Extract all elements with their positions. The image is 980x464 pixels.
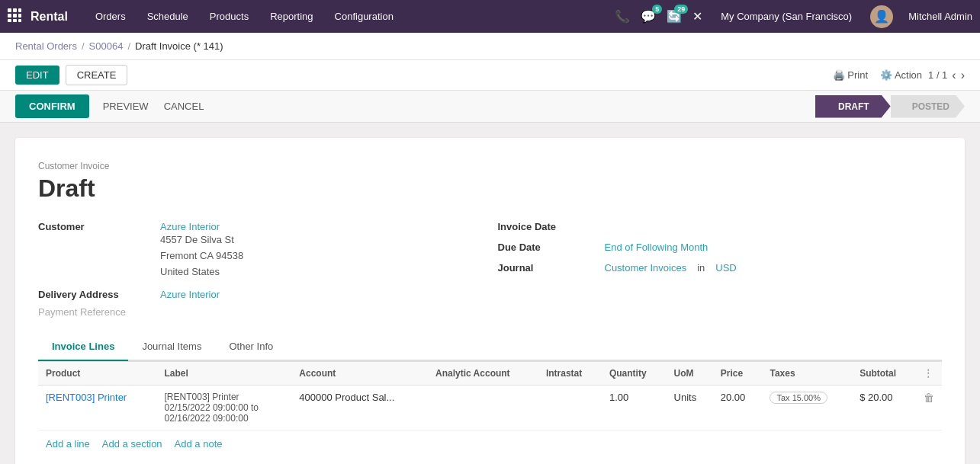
nav-schedule[interactable]: Schedule [138,6,198,27]
add-line-link[interactable]: Add a line [46,438,90,450]
avatar[interactable]: 👤 [870,5,893,28]
payment-ref-label: Payment Reference [38,306,160,318]
create-button[interactable]: CREATE [66,65,128,85]
svg-rect-3 [8,14,11,18]
row-product[interactable]: [RENT003] Printer [46,392,127,403]
row-label-3: 02/16/2022 09:00:00 [165,413,284,424]
row-analytic [428,386,538,430]
row-delete-button[interactable]: 🗑 [924,392,934,404]
confirm-button[interactable]: CONFIRM [15,94,89,118]
journal-currency[interactable]: USD [715,262,736,274]
breadcrumb: Rental Orders / S00064 / Draft Invoice (… [0,33,980,60]
breadcrumb-current: Draft Invoice (* 141) [135,40,223,52]
customer-label: Customer [38,221,160,232]
status-pipeline: DRAFT POSTED [815,95,965,118]
tab-invoice-lines[interactable]: Invoice Lines [38,333,128,361]
chat-icon[interactable]: 💬 5 [641,9,656,24]
svg-rect-6 [8,19,11,22]
svg-rect-1 [13,8,17,12]
status-posted[interactable]: POSTED [891,95,965,118]
delivery-value[interactable]: Azure Interior [160,289,220,300]
customer-address-3: United States [160,264,243,280]
form-title: Draft [38,174,942,203]
close-icon[interactable]: ✕ [692,9,702,24]
col-subtotal: Subtotal [852,362,916,386]
tab-journal-items[interactable]: Journal Items [128,333,215,361]
breadcrumb-sep-2: / [127,40,130,52]
status-draft[interactable]: DRAFT [815,95,891,118]
status-bar: CONFIRM PREVIEW CANCEL DRAFT POSTED [0,91,980,123]
print-button[interactable]: 🖨️ Print [833,69,868,81]
nav-orders[interactable]: Orders [86,6,135,27]
col-actions-header: ⋮ [916,362,942,386]
preview-button[interactable]: PREVIEW [95,94,156,118]
row-subtotal: $ 20.00 [852,386,916,430]
col-analytic: Analytic Account [428,362,538,386]
col-taxes: Taxes [762,362,852,386]
customer-address-2: Fremont CA 94538 [160,248,243,264]
add-section-link[interactable]: Add a section [102,438,162,450]
tab-other-info[interactable]: Other Info [215,333,287,361]
main-content: Customer Invoice Draft Customer Azure In… [0,123,980,464]
journal-value[interactable]: Customer Invoices [605,262,687,274]
right-fields: Invoice Date Due Date End of Following M… [498,221,943,318]
form-meta-label: Customer Invoice [38,161,942,171]
customer-value[interactable]: Azure Interior [160,221,243,232]
table-footer: Add a line Add a section Add a note [38,430,942,457]
col-price: Price [713,362,763,386]
phone-icon[interactable]: 📞 [615,9,630,24]
due-date-label: Due Date [498,242,597,253]
row-account: 400000 Product Sal... [291,386,428,430]
action-button[interactable]: ⚙️ Action [880,69,922,81]
row-intrastat [538,386,602,430]
col-label: Label [157,362,292,386]
pager-next[interactable]: › [961,69,965,82]
company-name: My Company (San Francisco) [721,11,852,22]
customer-section: Customer Azure Interior 4557 De Silva St… [38,221,483,318]
pager-text: 1 / 1 [928,69,947,81]
activity-icon[interactable]: 🔄 29 [667,9,682,24]
nav-products[interactable]: Products [201,6,258,27]
tabs-bar: Invoice Lines Journal Items Other Info [38,333,942,361]
svg-rect-5 [18,14,21,18]
journal-in: in [697,262,705,274]
row-taxes[interactable]: Tax 15.00% [770,392,827,404]
svg-rect-4 [13,14,17,18]
edit-button[interactable]: EDIT [15,66,59,85]
add-note-link[interactable]: Add a note [175,438,223,450]
svg-rect-2 [18,8,21,12]
due-date-value[interactable]: End of Following Month [605,242,708,253]
row-label-2: 02/15/2022 09:00:00 to [165,402,284,413]
user-name: Mitchell Admin [908,11,972,22]
top-nav: Rental Orders Schedule Products Reportin… [0,0,980,33]
table-row: [RENT003] Printer [RENT003] Printer 02/1… [38,386,942,430]
col-quantity: Quantity [602,362,667,386]
chat-badge: 5 [652,5,662,14]
col-product: Product [38,362,157,386]
row-quantity: 1.00 [602,386,667,430]
activity-badge: 29 [674,5,688,14]
row-price: 20.00 [713,386,763,430]
cancel-button[interactable]: CANCEL [156,94,212,118]
svg-rect-7 [13,19,17,22]
invoice-table: Product Label Account Analytic Account I… [38,361,942,430]
breadcrumb-rental-orders[interactable]: Rental Orders [15,40,77,52]
pager-prev[interactable]: ‹ [952,69,956,82]
invoice-date-label: Invoice Date [498,221,597,232]
row-uom: Units [667,386,713,430]
col-account: Account [291,362,428,386]
customer-address-1: 4557 De Silva St [160,232,243,248]
row-label-1: [RENT003] Printer [165,392,284,402]
nav-reporting[interactable]: Reporting [261,6,322,27]
journal-label: Journal [498,262,597,274]
breadcrumb-sep-1: / [82,40,85,52]
toolbar: EDIT CREATE 🖨️ Print ⚙️ Action 1 / 1 ‹ › [0,60,980,91]
breadcrumb-s00064[interactable]: S00064 [89,40,124,52]
nav-configuration[interactable]: Configuration [326,6,403,27]
app-name[interactable]: Rental [31,10,68,24]
svg-rect-8 [18,19,21,22]
grid-icon[interactable] [8,8,21,24]
form-card: Customer Invoice Draft Customer Azure In… [15,138,965,464]
col-intrastat: Intrastat [538,362,602,386]
col-uom: UoM [667,362,713,386]
